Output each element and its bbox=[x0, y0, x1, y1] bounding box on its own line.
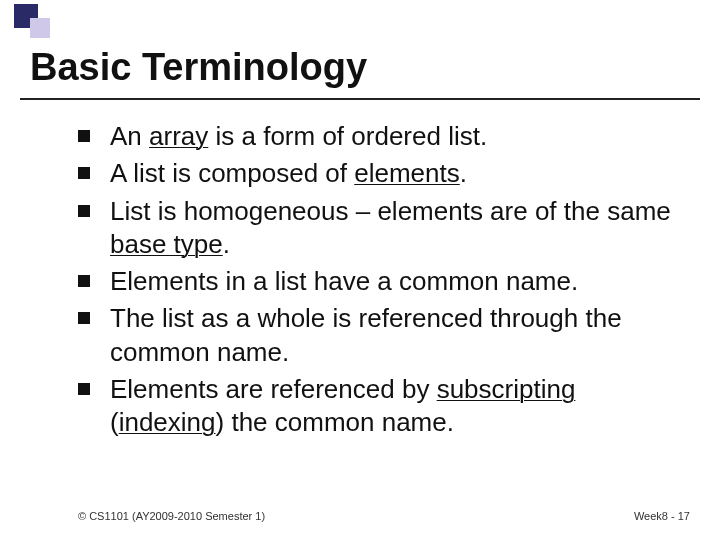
underlined-term: subscripting bbox=[437, 374, 576, 404]
underlined-term: indexing bbox=[119, 407, 216, 437]
slide: Basic Terminology An array is a form of … bbox=[0, 0, 720, 540]
underlined-term: base type bbox=[110, 229, 223, 259]
list-item: The list as a whole is referenced throug… bbox=[78, 302, 680, 369]
footer-copyright: © CS1101 (AY2009-2010 Semester 1) bbox=[78, 510, 265, 522]
underlined-term: array bbox=[149, 121, 208, 151]
text-run: ( bbox=[110, 407, 119, 437]
text-run: An bbox=[110, 121, 149, 151]
deco-square-light bbox=[30, 18, 50, 38]
slide-title: Basic Terminology bbox=[30, 46, 367, 89]
text-run: List is homogeneous – elements are of th… bbox=[110, 196, 671, 226]
text-run: Elements in a list have a common name. bbox=[110, 266, 578, 296]
underlined-term: elements bbox=[354, 158, 460, 188]
text-run: . bbox=[460, 158, 467, 188]
list-item: List is homogeneous – elements are of th… bbox=[78, 195, 680, 262]
slide-content: An array is a form of ordered list. A li… bbox=[78, 120, 680, 443]
text-run: Elements are referenced by bbox=[110, 374, 437, 404]
corner-decoration bbox=[0, 0, 120, 40]
bullet-list: An array is a form of ordered list. A li… bbox=[78, 120, 680, 439]
list-item: Elements are referenced by subscripting … bbox=[78, 373, 680, 440]
text-run: is a form of ordered list. bbox=[208, 121, 487, 151]
text-run: A list is composed of bbox=[110, 158, 354, 188]
list-item: Elements in a list have a common name. bbox=[78, 265, 680, 298]
footer-page-number: Week8 - 17 bbox=[634, 510, 690, 522]
list-item: A list is composed of elements. bbox=[78, 157, 680, 190]
text-run: The list as a whole is referenced throug… bbox=[110, 303, 622, 366]
title-underline bbox=[20, 98, 700, 100]
text-run: . bbox=[223, 229, 230, 259]
list-item: An array is a form of ordered list. bbox=[78, 120, 680, 153]
text-run: ) the common name. bbox=[216, 407, 454, 437]
